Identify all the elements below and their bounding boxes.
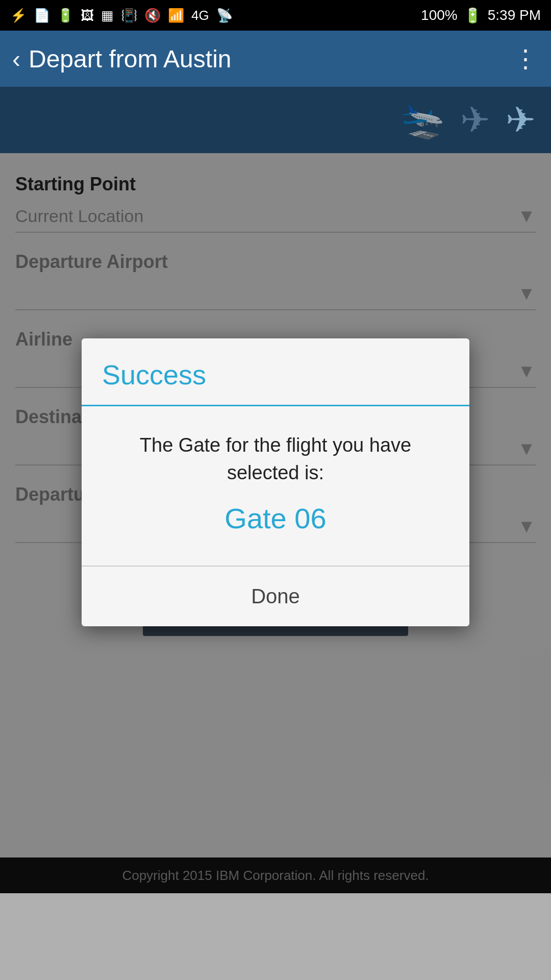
image-icon: 🖼 [81, 8, 94, 23]
battery-percent: 100% [421, 7, 458, 23]
battery-full-icon: 🔋 [464, 7, 482, 24]
modal-overlay: Success The Gate for the flight you have… [0, 153, 551, 893]
status-icons: ⚡ 📄 🔋 🖼 ▦ 📳 🔇 📶 4G 📡 [10, 8, 233, 23]
usb-icon: ⚡ [10, 8, 27, 23]
overflow-menu-button[interactable]: ⋮ [513, 44, 539, 73]
modal-message: The Gate for the flight you have selecte… [102, 432, 449, 486]
clock: 5:39 PM [488, 7, 541, 23]
status-right: 100% 🔋 5:39 PM [421, 7, 541, 24]
plane-icon-2: ✈ [460, 99, 490, 141]
back-button[interactable]: ‹ [12, 45, 20, 73]
icon-bar: 🛬 ✈ ✈ [0, 87, 551, 153]
content-area: Starting Point Current Location ▼ Depart… [0, 153, 551, 893]
done-button[interactable]: Done [82, 567, 469, 626]
file-icon: 📄 [34, 8, 50, 23]
app-bar-left: ‹ Depart from Austin [12, 45, 231, 73]
modal-body: The Gate for the flight you have selecte… [82, 406, 469, 565]
plane-icon-1: 🛬 [400, 99, 445, 141]
modal-gate: Gate 06 [102, 502, 449, 535]
voicemail-icon: 📳 [121, 8, 137, 23]
grid-icon: ▦ [101, 8, 114, 23]
signal-icon: 📡 [216, 8, 233, 23]
lte-icon: 4G [191, 8, 209, 23]
modal-title-area: Success [82, 338, 469, 406]
battery-icon-small: 🔋 [57, 8, 73, 23]
page-title: Depart from Austin [29, 45, 232, 73]
modal-title: Success [102, 359, 449, 390]
wifi-icon: 📶 [168, 8, 184, 23]
status-bar: ⚡ 📄 🔋 🖼 ▦ 📳 🔇 📶 4G 📡 100% 🔋 5:39 PM [0, 0, 551, 31]
success-dialog: Success The Gate for the flight you have… [82, 338, 469, 626]
mute-icon: 🔇 [144, 8, 161, 23]
app-bar: ‹ Depart from Austin ⋮ [0, 31, 551, 87]
plane-icon-3: ✈ [506, 99, 536, 141]
